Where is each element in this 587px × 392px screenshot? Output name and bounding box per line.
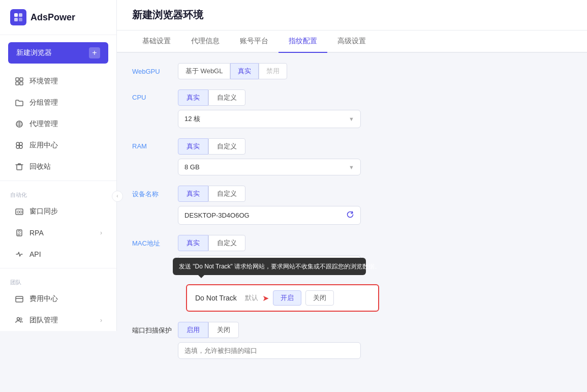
sidebar-label-group-manage: 分组管理 [29,98,58,107]
sidebar-label-recycle: 回收站 [29,162,51,171]
port-scan-label: 端口扫描保护 [132,322,178,335]
sidebar-label-billing: 费用中心 [29,294,58,304]
apps-icon [14,140,24,150]
cpu-controls: 真实 自定义 12 核 ▼ [178,89,572,128]
svg-rect-2 [14,18,18,21]
sidebar-item-billing[interactable]: 费用中心 [4,289,112,309]
ram-row: RAM 真实 自定义 8 GB ▼ [132,138,572,175]
port-scan-input[interactable] [178,342,361,359]
new-browser-button[interactable]: 新建浏览器 + [8,42,108,64]
sidebar-label-env-manage: 环境管理 [29,77,58,86]
brand-name: AdsPower [30,12,75,23]
port-scan-row: 端口扫描保护 启用 关闭 [132,322,572,359]
billing-icon [14,294,24,304]
sidebar-label-app-center: 应用中心 [29,141,58,150]
svg-rect-19 [16,296,23,302]
svg-point-20 [17,318,20,320]
svg-point-18 [18,230,20,232]
webgpu-webgl-btn[interactable]: 基于 WebGL [178,63,230,79]
webgpu-label: WebGPU [132,68,178,75]
ram-controls: 真实 自定义 8 GB ▼ [178,138,572,175]
ram-custom-btn[interactable]: 自定义 [208,138,245,155]
svg-rect-15 [17,211,19,213]
webgpu-row: WebGPU 基于 WebGL 真实 禁用 [132,63,572,79]
device-real-btn[interactable]: 真实 [178,186,208,202]
sidebar-item-env-manage[interactable]: 环境管理 [4,71,112,92]
mac-real-btn[interactable]: 真实 [178,235,208,251]
sidebar-item-team-manage[interactable]: 团队管理 › [4,310,112,330]
refresh-icon[interactable] [346,210,354,220]
folder-icon [14,98,24,108]
svg-rect-16 [20,211,22,213]
device-name-row: 设备名称 真实 自定义 DESKTOP-3D4O6OG [132,186,572,225]
tabs-bar: 基础设置 代理信息 账号平台 指纹配置 高级设置 [117,31,587,53]
logo-area: AdsPower [0,0,116,35]
dnt-label: Do Not Track [195,294,237,302]
content-area: WebGPU 基于 WebGL 真实 禁用 CPU 真实 自定义 12 核 ▼ [117,53,587,392]
sidebar-label-team-manage: 团队管理 [29,316,58,325]
api-icon [14,249,24,259]
sidebar-label-rpa: RPA [29,229,44,237]
dnt-arrow-icon: ➤ [262,293,269,303]
sidebar-item-api[interactable]: API [4,244,112,264]
svg-rect-3 [19,18,22,21]
ram-select[interactable]: 8 GB ▼ [178,159,361,175]
dnt-on-btn[interactable]: 开启 [273,290,301,306]
device-name-value: DESKTOP-3D4O6OG [184,212,250,219]
tab-advanced[interactable]: 高级设置 [327,31,376,53]
cpu-value: 12 核 [184,114,200,124]
tab-basic[interactable]: 基础设置 [132,31,181,53]
tab-fingerprint[interactable]: 指纹配置 [279,31,327,53]
new-browser-plus-icon: + [89,47,100,58]
sidebar-item-rpa[interactable]: RPA › [4,223,112,243]
sidebar-item-proxy-manage[interactable]: 代理管理 [4,114,112,134]
chevron-down-icon: ▼ [349,164,354,170]
chevron-down-icon: ▼ [349,116,354,122]
ram-label: RAM [132,138,178,150]
svg-rect-4 [16,78,19,81]
svg-rect-5 [20,78,23,81]
webgpu-toggle-group: 基于 WebGL 真实 禁用 [178,63,287,79]
svg-rect-1 [19,13,22,17]
automation-section-label: 自动化 [0,184,116,201]
svg-rect-7 [20,82,23,85]
mac-custom-btn[interactable]: 自定义 [208,235,245,251]
svg-point-9 [16,142,19,145]
cpu-label: CPU [132,89,178,101]
device-name-input[interactable]: DESKTOP-3D4O6OG [178,206,361,225]
cpu-real-btn[interactable]: 真实 [178,89,208,106]
tab-account[interactable]: 账号平台 [230,31,279,53]
sidebar-item-recycle[interactable]: 回收站 [4,157,112,177]
port-disable-btn[interactable]: 关闭 [208,322,239,338]
cpu-row: CPU 真实 自定义 12 核 ▼ [132,89,572,128]
svg-rect-13 [17,165,22,170]
tab-proxy[interactable]: 代理信息 [181,31,230,53]
dnt-default-label: 默认 [245,293,258,303]
cpu-custom-btn[interactable]: 自定义 [208,89,245,106]
svg-point-11 [16,145,19,148]
cpu-select[interactable]: 12 核 ▼ [178,110,361,128]
webgpu-real-btn[interactable]: 真实 [230,63,259,79]
ram-real-btn[interactable]: 真实 [178,138,208,155]
rpa-arrow-icon: › [100,229,102,236]
device-custom-btn[interactable]: 自定义 [208,186,245,202]
sidebar-item-window-sync[interactable]: 窗口同步 [4,201,112,222]
sidebar-item-app-center[interactable]: 应用中心 [4,135,112,156]
dnt-off-btn[interactable]: 关闭 [305,290,334,306]
sidebar-label-api: API [29,250,41,258]
page-title: 新建浏览器环境 [132,8,572,22]
sidebar-item-group-manage[interactable]: 分组管理 [4,93,112,113]
svg-point-21 [20,318,22,320]
window-icon [14,206,24,217]
do-not-track-tooltip: 发送 "Do Not Track" 请求给网站，要求网站不收集或不跟踪您的浏览数… [173,258,366,275]
port-enable-btn[interactable]: 启用 [178,322,208,338]
svg-point-10 [19,142,22,145]
webgpu-disabled-btn[interactable]: 禁用 [259,63,287,79]
device-name-controls: 真实 自定义 DESKTOP-3D4O6OG [178,186,572,225]
team-section-label: 团队 [0,272,116,288]
page-header: 新建浏览器环境 [117,0,587,31]
trash-icon [14,162,24,172]
ram-value: 8 GB [184,163,200,171]
logo-icon [10,9,26,25]
svg-rect-6 [16,82,19,85]
